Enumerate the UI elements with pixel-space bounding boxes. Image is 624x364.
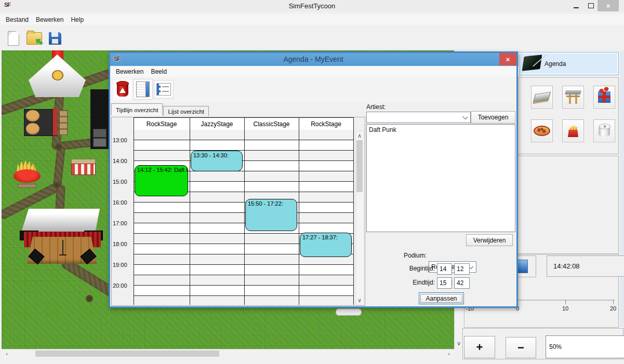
begin-hour-field[interactable]: 14 [437,263,452,275]
scrollbar-thumb[interactable] [35,350,219,357]
item-button-toilet-roll[interactable] [593,119,615,142]
main-menu-item-0[interactable]: Bestand [2,15,32,25]
maximize-icon [588,3,594,8]
delete-event-button[interactable] [113,80,132,100]
time-label: 13:00 [113,136,132,144]
dialog-tabs: Tijdlijn overzichtLijst overzicht [111,104,209,116]
close-button[interactable]: × [598,0,619,11]
titlebar[interactable]: SF SimFestTycoon × [0,0,624,11]
dialog-menu-item-1[interactable]: Beeld [147,66,170,77]
open-file-button[interactable] [24,27,45,50]
agenda-button-label: Agenda [545,60,566,68]
dialog-toolbar [110,77,516,103]
trash-icon [117,83,128,97]
artist-list[interactable]: Daft Punk [366,124,515,232]
open-folder-icon [26,32,42,45]
scroll-right-icon[interactable]: › [446,350,452,357]
scroll-left-icon[interactable]: ‹ [4,350,10,357]
schedule-event[interactable]: 17:27 - 18:37: [300,233,352,257]
scroll-down-icon[interactable]: ∨ [356,297,363,303]
minimize-button[interactable] [569,0,583,11]
dialog-close-button[interactable]: × [499,53,516,65]
podium-label: Podium: [389,252,427,259]
artist-select[interactable] [366,112,471,123]
time-label: 18:00 [113,240,132,248]
column-header: JazzyStage [190,117,244,131]
time-label: 14:00 [113,157,132,165]
speaker-rig[interactable] [90,89,109,149]
slider-tick-label: 20 [605,305,621,312]
bench [59,110,68,135]
remove-artist-button[interactable]: Verwijderen [466,234,513,246]
zoom-value-field[interactable]: 50% [546,335,624,358]
grid-row [134,140,353,151]
grid-scrollbar-thumb[interactable] [356,140,363,192]
agenda-book-icon [522,55,542,71]
tab-1[interactable]: Lijst overzicht [163,106,209,116]
dialog-title: Agenda - MyEvent [110,55,516,63]
time-separator: : [451,265,453,272]
schedule-event[interactable]: 13:30 - 14:30: [191,151,243,171]
add-artist-button[interactable]: Toevoegen [471,111,515,124]
pizza-icon [534,126,550,136]
dialog-logo-icon: SF [114,56,120,62]
main-menu-item-2[interactable]: Help [67,15,87,25]
map-horizontal-scrollbar[interactable]: ‹ › [2,349,454,358]
main-toolbar [0,25,624,50]
item-button-fries[interactable] [562,119,584,142]
timeline-view-button[interactable] [133,79,153,100]
end-time-label: Eindtijd: [391,279,435,286]
dialog-menu-item-0[interactable]: Bewerken [112,66,147,77]
grid-scrollbar[interactable]: ∧ ∨ [355,131,364,305]
chevron-down-icon [462,114,468,119]
tab-0[interactable]: Tijdlijn overzicht [111,103,163,115]
time-label: 19:00 [113,261,132,269]
slider-tick [565,300,566,304]
maximize-button[interactable] [584,0,598,11]
main-menu-item-1[interactable]: Bewerken [32,15,67,25]
item-button-stage-frame[interactable] [562,86,584,109]
grid-row [134,223,353,234]
grid-row [134,275,353,286]
grid-row [134,203,353,213]
timeline-view-icon [136,82,150,97]
burger-stand[interactable] [24,108,68,136]
schedule-event[interactable]: 15:50 - 17:22: [245,199,297,231]
new-file-icon [8,31,19,46]
path-tile-icon [533,92,551,103]
end-hour-field[interactable]: 15 [437,277,452,289]
zoom-in-button[interactable]: + [464,336,495,358]
grid-line [353,117,354,305]
schedule-event-selected[interactable]: 14:12 - 15:42: Daft Punk [135,165,188,196]
save-icon [49,32,61,45]
main-stage[interactable] [20,208,104,265]
list-view-icon [156,83,171,96]
column-header: RockStage [299,117,353,131]
fries-stand[interactable] [14,160,41,187]
grid-row [134,213,353,223]
end-minute-field[interactable]: 42 [454,277,470,289]
artist-list-item[interactable]: Daft Punk [367,125,515,134]
zoom-value: 50% [549,343,562,350]
main-menubar: BestandBewerkenHelp [0,14,624,25]
dialog-menubar: BewerkenBeeld [110,66,519,77]
striped-stand[interactable] [71,159,96,174]
item-button-gift[interactable] [593,86,615,109]
begin-minute-field[interactable]: 12 [454,263,470,275]
zoom-out-button[interactable]: − [506,337,536,358]
apply-button[interactable]: Aanpassen [419,292,464,304]
scroll-down-icon[interactable]: ∨ [456,340,462,346]
item-button-pizza[interactable] [531,119,553,142]
slider-tick [613,300,614,304]
grid-row [134,130,353,140]
new-file-button[interactable] [4,28,23,49]
path-junction [55,143,62,151]
column-header: RockStage [134,117,190,131]
grid-row [134,286,353,296]
scroll-up-icon[interactable]: ∧ [356,132,363,139]
save-button[interactable] [46,28,64,49]
time-label: 15:00 [113,178,132,186]
item-button-path-tile[interactable] [531,86,553,109]
list-view-button[interactable] [154,80,174,99]
artist-label: Artiest: [366,103,386,111]
